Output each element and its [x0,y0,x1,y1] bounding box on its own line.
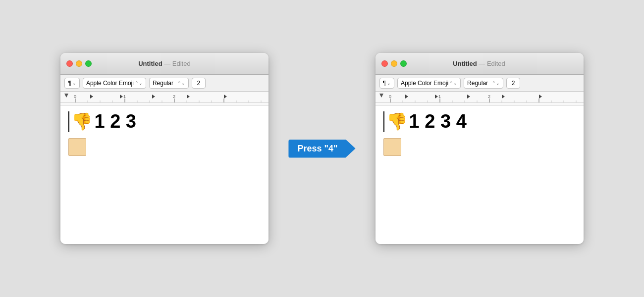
thumbs-down-emoji-after: 👎 [386,112,407,131]
font-name-label-after: Apple Color Emoji [401,80,448,87]
title-text: Untitled [138,60,162,67]
window-after: Untitled — Edited ¶ ⌄ Apple Color Emoji … [376,53,584,244]
font-name-button[interactable]: Apple Color Emoji ⌃⌄ [83,78,146,89]
window-title-after: Untitled — Edited [381,60,578,67]
ruler-after: 0 1 2 [376,92,584,105]
document-before[interactable]: 👎 1 2 3 [60,105,268,244]
titlebar-after: Untitled — Edited [376,53,584,75]
svg-text:1: 1 [438,94,441,99]
edited-label-after: — Edited [479,60,505,67]
svg-text:2: 2 [173,94,175,99]
color-swatch-before [68,138,86,156]
title-text-after: Untitled [453,60,477,67]
font-style-label: Regular [153,80,173,87]
doc-text-after: 1 2 3 4 [409,111,467,132]
doc-text-before: 1 2 3 [94,111,136,132]
font-name-chevron-after: ⌃⌄ [449,81,457,86]
paragraph-chevron: ⌄ [72,81,76,86]
ruler-svg-after: 0 1 2 [376,92,584,105]
doc-content-before: 👎 1 2 3 [68,111,261,132]
svg-text:0: 0 [74,94,76,99]
svg-rect-27 [376,92,584,105]
doc-content-after: 👎 1 2 3 4 [383,111,576,132]
titlebar-before: Untitled — Edited [60,53,268,75]
font-name-chevron: ⌃⌄ [135,81,143,86]
font-style-button[interactable]: Regular ⌃⌄ [149,78,189,89]
font-style-label-after: Regular [467,80,488,87]
paragraph-chevron-after: ⌄ [387,81,391,86]
window-before: Untitled — Edited ¶ ⌄ Apple Color Emoji … [60,53,268,244]
svg-text:1: 1 [123,94,126,99]
press-key-indicator: Press "4" [288,140,355,158]
font-name-button-after[interactable]: Apple Color Emoji ⌃⌄ [397,78,461,89]
window-title-before: Untitled — Edited [66,60,263,67]
font-style-chevron-after: ⌃⌄ [492,81,500,86]
font-size-label-after: 2 [512,80,515,87]
toolbar-after: ¶ ⌄ Apple Color Emoji ⌃⌄ Regular ⌃⌄ 2 [376,75,584,92]
ruler-before: 0 1 2 [60,92,268,105]
svg-text:2: 2 [488,94,490,99]
font-size-label: 2 [197,80,201,87]
svg-rect-0 [60,92,268,105]
font-name-label: Apple Color Emoji [86,80,134,87]
font-size-button-after[interactable]: 2 [506,78,520,89]
press-key-label: Press "4" [288,140,355,158]
paragraph-symbol: ¶ [68,80,71,87]
ruler-svg-before: 0 1 2 [60,92,268,105]
paragraph-symbol-after: ¶ [383,80,386,87]
font-style-button-after[interactable]: Regular ⌃⌄ [464,78,503,89]
svg-text:0: 0 [389,94,391,99]
font-style-chevron: ⌃⌄ [177,81,185,86]
edited-label: — Edited [164,60,190,67]
color-swatch-after [383,138,401,156]
toolbar-before: ¶ ⌄ Apple Color Emoji ⌃⌄ Regular ⌃⌄ 2 [60,75,268,92]
thumbs-down-emoji-before: 👎 [71,112,92,131]
paragraph-button-after[interactable]: ¶ ⌄ [379,78,394,89]
document-after[interactable]: 👎 1 2 3 4 [376,105,584,244]
font-size-button[interactable]: 2 [192,78,206,89]
paragraph-button[interactable]: ¶ ⌄ [64,78,79,89]
